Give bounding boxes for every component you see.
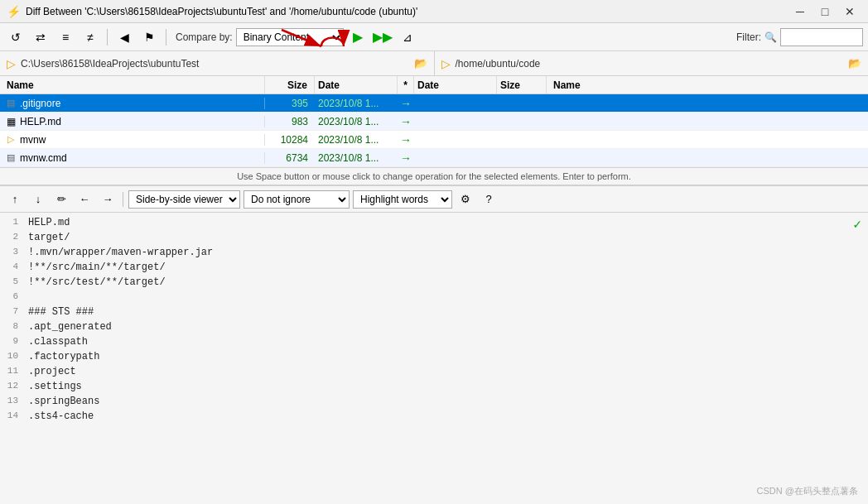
compare-by-label: Compare by:	[176, 31, 233, 43]
diff-next-button[interactable]: →	[98, 190, 118, 209]
back-button[interactable]: ◀	[113, 27, 135, 47]
col-name-header: Name	[0, 76, 265, 94]
table-row[interactable]: ▦ HELP.md 983 2023/10/8 1... →	[0, 113, 868, 131]
file-table-header: Name Size Date * Date Size Name	[0, 76, 868, 94]
equal-button[interactable]: ≡	[55, 27, 76, 47]
highlight-select[interactable]: Highlight words Highlight lines	[353, 190, 452, 209]
table-row[interactable]: ▷ mvnw 10284 2023/10/8 1... →	[0, 131, 868, 149]
diff-line: 2 target/	[0, 231, 868, 246]
diff-line: 7 ### STS ###	[0, 305, 868, 320]
filter-search-icon: 🔍	[764, 31, 777, 43]
sync-next-button[interactable]: ▶	[347, 27, 369, 47]
toolbar-separator-1	[107, 29, 108, 46]
main-toolbar: ↺ ⇄ ≡ ≠ ◀ ⚑ Compare by: Binary Content F…	[0, 23, 868, 51]
app-icon: ⚡	[7, 5, 21, 18]
file-size: 10284	[265, 134, 315, 146]
file-date: 2023/10/8 1...	[315, 116, 398, 127]
refresh-button[interactable]: ↺	[5, 27, 27, 47]
help-button[interactable]: ?	[479, 190, 499, 209]
diff-line: 1 HELP.md	[0, 216, 868, 231]
col-date-right-header: Date	[414, 76, 497, 94]
file-table: ▤ .gitignore 395 2023/10/8 1... → ▦ HELP…	[0, 94, 868, 167]
ignore-select[interactable]: Do not ignore Trim whitespace Ignore whi…	[244, 190, 350, 209]
diff-line: 5 !**/src/test/**/target/	[0, 276, 868, 290]
close-button[interactable]: ✕	[838, 2, 861, 21]
diff-line: 9 .classpath	[0, 335, 868, 350]
left-path: ▷ C:\Users\86158\IdeaProjects\ubuntuTest…	[0, 51, 435, 75]
diff-down-button[interactable]: ↓	[28, 190, 48, 209]
file-date: 2023/10/8 1...	[315, 152, 398, 164]
right-folder-icon: ▷	[441, 57, 451, 70]
diff-content[interactable]: ✓ 1 HELP.md 2 target/ 3 !.mvn/wrapper/ma…	[0, 213, 868, 504]
file-date: 2023/10/8 1...	[315, 98, 398, 109]
title-bar: ⚡ Diff Between 'C:\Users\86158\IdeaProje…	[0, 0, 868, 23]
file-name: HELP.md	[18, 116, 258, 127]
diff-section: ↑ ↓ ✏ ← → Side-by-side viewer Unified vi…	[0, 186, 868, 504]
diff-line: 3 !.mvn/wrapper/maven-wrapper.jar	[0, 246, 868, 261]
col-star-header: *	[398, 76, 414, 94]
file-arrow: →	[398, 97, 414, 110]
folder-icon: ▷	[3, 134, 18, 145]
right-path-browse-icon[interactable]: 📂	[848, 57, 861, 70]
path-bar: ▷ C:\Users\86158\IdeaProjects\ubuntuTest…	[0, 51, 868, 76]
check-icon: ✓	[853, 216, 861, 233]
compare-by-select[interactable]: Binary Content File size Timestamp File …	[236, 28, 344, 46]
file-icon: ▤	[3, 98, 18, 108]
diff-toolbar-sep	[123, 192, 123, 207]
diff-line: 8 .apt_generated	[0, 320, 868, 335]
col-name-right-header: Name	[547, 76, 868, 94]
file-size: 983	[265, 116, 315, 127]
flag-button[interactable]: ⚑	[138, 27, 160, 47]
file-name: mvnw.cmd	[18, 152, 258, 164]
col-size-right-header: Size	[497, 76, 547, 94]
file-size: 6734	[265, 152, 315, 164]
file-icon: ▤	[3, 152, 18, 163]
col-date-left-header: Date	[315, 76, 398, 94]
diff-toolbar: ↑ ↓ ✏ ← → Side-by-side viewer Unified vi…	[0, 186, 868, 213]
diff-up-button[interactable]: ↑	[5, 190, 25, 209]
left-folder-icon: ▷	[7, 57, 16, 70]
file-size: 395	[265, 98, 315, 109]
diff-line: 13 .springBeans	[0, 395, 868, 410]
left-path-browse-icon[interactable]: 📂	[414, 57, 427, 70]
file-arrow: →	[398, 151, 414, 165]
filter-button[interactable]: ⊿	[397, 27, 418, 47]
diff-line: 11 .project	[0, 365, 868, 380]
filter-label: Filter:	[736, 31, 761, 43]
left-path-text: C:\Users\86158\IdeaProjects\ubuntuTest	[21, 58, 199, 70]
sync-all-button[interactable]: ▶▶	[372, 27, 393, 47]
status-text: Use Space button or mouse click to chang…	[237, 171, 631, 181]
file-arrow: →	[398, 115, 414, 128]
diff-prev-button[interactable]: ←	[75, 190, 94, 209]
watermark: CSDN @在码头整点薯条	[757, 485, 858, 497]
filter-input[interactable]	[780, 28, 863, 46]
maximize-button[interactable]: □	[813, 2, 837, 21]
diff-line: 4 !**/src/main/**/target/	[0, 261, 868, 276]
title-text: Diff Between 'C:\Users\86158\IdeaProject…	[26, 6, 417, 17]
filter-area: Filter: 🔍	[736, 28, 863, 46]
file-icon: ▦	[3, 116, 18, 127]
right-path: ▷ /home/ubuntu/code 📂	[435, 51, 869, 75]
diff-line: 14 .sts4-cache	[0, 410, 868, 425]
minimize-button[interactable]: ─	[788, 2, 812, 21]
diff-button[interactable]: ≠	[80, 27, 101, 47]
file-name: mvnw	[18, 134, 258, 146]
file-name: .gitignore	[18, 98, 258, 109]
file-arrow: →	[398, 133, 414, 146]
table-row[interactable]: ▤ .gitignore 395 2023/10/8 1... →	[0, 94, 868, 113]
settings-button[interactable]: ⚙	[456, 190, 475, 209]
table-row[interactable]: ▤ mvnw.cmd 6734 2023/10/8 1... →	[0, 149, 868, 167]
col-size-left-header: Size	[265, 76, 315, 94]
toolbar-separator-2	[166, 29, 166, 46]
right-path-text: /home/ubuntu/code	[456, 58, 541, 70]
file-section: ▷ C:\Users\86158\IdeaProjects\ubuntuTest…	[0, 51, 868, 186]
diff-edit-button[interactable]: ✏	[51, 190, 71, 209]
diff-line: 12 .settings	[0, 380, 868, 395]
file-date: 2023/10/8 1...	[315, 134, 398, 146]
viewer-select[interactable]: Side-by-side viewer Unified viewer	[128, 190, 240, 209]
diff-line: 6	[0, 290, 868, 305]
status-bar: Use Space button or mouse click to chang…	[0, 167, 868, 185]
diff-line: 10 .factorypath	[0, 350, 868, 365]
swap-button[interactable]: ⇄	[30, 27, 51, 47]
